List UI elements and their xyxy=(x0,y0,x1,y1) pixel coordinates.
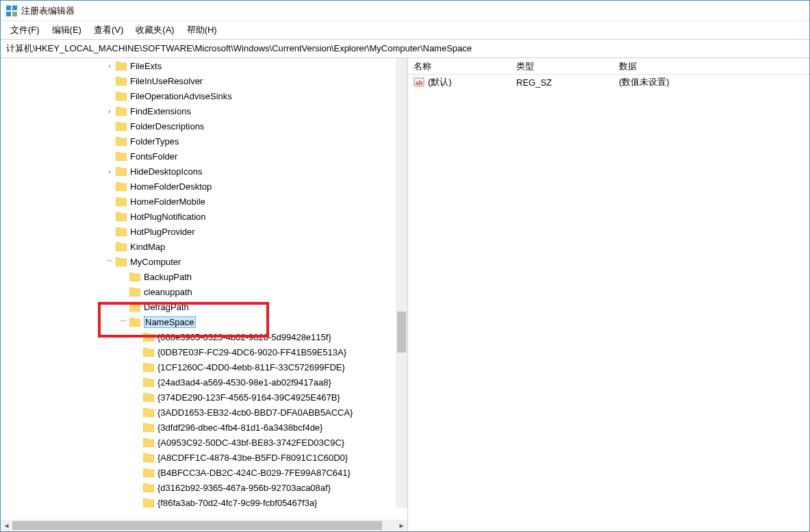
chevron-right-icon[interactable]: › xyxy=(105,106,114,116)
value-row[interactable]: ab(默认)REG_SZ(数值未设置) xyxy=(408,75,809,90)
tree-item[interactable]: ›{3dfdf296-dbec-4fb4-81d1-6a3438bcf4de} xyxy=(1,420,396,435)
scrollbar-thumb[interactable] xyxy=(12,521,382,530)
string-value-icon: ab xyxy=(414,77,425,88)
tree-item[interactable]: ›FileInUseResolver xyxy=(1,73,396,88)
tree-item[interactable]: ›FontsFolder xyxy=(1,149,396,164)
tree-item-label: FindExtensions xyxy=(130,106,191,116)
tree-item-label: FileInUseResolver xyxy=(130,76,203,86)
chevron-right-icon[interactable]: › xyxy=(105,61,114,71)
tree-item[interactable]: ›{24ad3ad4-a569-4530-98e1-ab02f9417aa8} xyxy=(1,375,396,390)
tree-item-label: {A8CDFF1C-4878-43be-B5FD-F8091C1C60D0} xyxy=(157,453,348,463)
tree-item[interactable]: ›HomeFolderMobile xyxy=(1,194,396,209)
tree-item-label: {088e3905-0323-4b02-9826-5d99428e115f} xyxy=(157,332,331,342)
tree-item[interactable]: ﹀MyComputer xyxy=(1,254,396,269)
address-bar[interactable]: 计算机\HKEY_LOCAL_MACHINE\SOFTWARE\Microsof… xyxy=(1,39,809,58)
tree-item-label: HideDesktopIcons xyxy=(130,166,203,177)
tree-item-label: {d3162b92-9365-467a-956b-92703aca08af} xyxy=(157,483,331,493)
value-data: (数值未设置) xyxy=(619,76,670,88)
tree-item[interactable]: ›{3ADD1653-EB32-4cb0-BBD7-DFA0ABB5ACCA} xyxy=(1,405,396,420)
regedit-icon xyxy=(6,5,17,16)
column-data[interactable]: 数据 xyxy=(613,58,809,75)
tree-item-label: MyComputer xyxy=(130,257,181,267)
values-list[interactable]: ab(默认)REG_SZ(数值未设置) xyxy=(408,75,809,531)
tree-item-label: {f86fa3ab-70d2-4fc7-9c99-fcbf05467f3a} xyxy=(157,498,317,508)
tree-item-label: cleanuppath xyxy=(144,287,192,297)
tree-item[interactable]: ›{1CF1260C-4DD0-4ebb-811F-33C572699FDE} xyxy=(1,359,396,375)
tree-item-label: FontsFolder xyxy=(130,151,177,162)
tree-item[interactable]: ›KindMap xyxy=(1,239,396,254)
tree-item[interactable]: ›DefragPath xyxy=(1,299,396,314)
tree-item[interactable]: ›BackupPath xyxy=(1,269,396,284)
tree-item-label: NameSpace xyxy=(144,316,196,328)
tree-item[interactable]: ›cleanuppath xyxy=(1,284,396,299)
tree-item-label: {B4BFCC3A-DB2C-424C-B029-7FE99A87C641} xyxy=(157,468,351,478)
tree-item-label: DefragPath xyxy=(144,302,189,312)
tree-item-label: BackupPath xyxy=(144,272,192,282)
values-pane: 名称 类型 数据 ab(默认)REG_SZ(数值未设置) xyxy=(408,58,809,531)
menu-view[interactable]: 查看(V) xyxy=(88,22,129,38)
tree-item-label: HotPlugProvider xyxy=(130,227,195,237)
tree-item[interactable]: ›{B4BFCC3A-DB2C-424C-B029-7FE99A87C641} xyxy=(1,465,396,480)
svg-text:ab: ab xyxy=(416,79,423,86)
tree-item-label: KindMap xyxy=(130,242,165,252)
tree-item[interactable]: ›FolderTypes xyxy=(1,134,396,149)
svg-rect-3 xyxy=(12,12,17,16)
tree-item-label: {A0953C92-50DC-43bf-BE83-3742FED03C9C} xyxy=(157,438,344,448)
values-header: 名称 类型 数据 xyxy=(408,58,809,75)
tree-item-label: HotPlugNotification xyxy=(130,212,206,222)
tree-item[interactable]: ›FolderDescriptions xyxy=(1,118,396,134)
chevron-right-icon[interactable]: › xyxy=(105,166,114,176)
value-type: REG_SZ xyxy=(516,77,552,88)
tree-horizontal-scrollbar[interactable]: ◄ ► xyxy=(1,520,407,531)
value-name: (默认) xyxy=(428,76,452,88)
tree-item-label: FileOperationAdviseSinks xyxy=(130,91,232,101)
tree-item[interactable]: ›HotPlugProvider xyxy=(1,224,396,239)
tree-item[interactable]: ›{088e3905-0323-4b02-9826-5d99428e115f} xyxy=(1,329,396,344)
scroll-left-arrow[interactable]: ◄ xyxy=(1,520,12,531)
column-name[interactable]: 名称 xyxy=(408,58,511,75)
tree-item[interactable]: ›{d3162b92-9365-467a-956b-92703aca08af} xyxy=(1,480,396,495)
menu-edit[interactable]: 编辑(E) xyxy=(47,22,87,38)
tree-vertical-scrollbar[interactable] xyxy=(396,58,407,508)
tree-item-label: {3dfdf296-dbec-4fb4-81d1-6a3438bcf4de} xyxy=(157,422,322,433)
scroll-right-arrow[interactable]: ► xyxy=(396,520,407,531)
tree-item[interactable]: ﹀NameSpace xyxy=(1,314,396,329)
tree-item[interactable]: ›{374DE290-123F-4565-9164-39C4925E467B} xyxy=(1,390,396,405)
tree-item-label: HomeFolderMobile xyxy=(130,197,205,207)
tree-item-label: {24ad3ad4-a569-4530-98e1-ab02f9417aa8} xyxy=(157,377,331,388)
tree-item-label: FileExts xyxy=(130,61,162,71)
tree-item[interactable]: ›{A0953C92-50DC-43bf-BE83-3742FED03C9C} xyxy=(1,435,396,450)
menu-help[interactable]: 帮助(H) xyxy=(181,22,223,38)
tree-item-label: FolderDescriptions xyxy=(130,121,204,131)
tree-item-label: FolderTypes xyxy=(130,136,179,147)
svg-rect-1 xyxy=(12,5,17,10)
tree-item-label: {374DE290-123F-4565-9164-39C4925E467B} xyxy=(157,392,340,403)
tree-item[interactable]: ›{A8CDFF1C-4878-43be-B5FD-F8091C1C60D0} xyxy=(1,450,396,465)
column-type[interactable]: 类型 xyxy=(511,58,613,75)
menu-file[interactable]: 文件(F) xyxy=(5,22,45,38)
titlebar: 注册表编辑器 xyxy=(1,1,809,21)
tree-pane: ›FileExts›FileInUseResolver›FileOperatio… xyxy=(1,58,408,531)
tree-item[interactable]: ›HotPlugNotification xyxy=(1,209,396,224)
tree-item-label: {1CF1260C-4DD0-4ebb-811F-33C572699FDE} xyxy=(157,362,345,372)
tree-item-label: HomeFolderDesktop xyxy=(130,181,212,192)
scrollbar-thumb[interactable] xyxy=(397,312,406,353)
tree-item-label: {0DB7E03F-FC29-4DC6-9020-FF41B59E513A} xyxy=(157,347,346,357)
svg-rect-2 xyxy=(6,12,11,16)
svg-rect-0 xyxy=(6,5,11,10)
tree-item-label: {3ADD1653-EB32-4cb0-BBD7-DFA0ABB5ACCA} xyxy=(157,407,353,418)
tree-item[interactable]: ›FindExtensions xyxy=(1,103,396,118)
main-split: ›FileExts›FileInUseResolver›FileOperatio… xyxy=(1,58,809,531)
tree-item[interactable]: ›HomeFolderDesktop xyxy=(1,179,396,194)
menubar: 文件(F) 编辑(E) 查看(V) 收藏夹(A) 帮助(H) xyxy=(1,21,809,39)
window-title: 注册表编辑器 xyxy=(21,5,75,17)
tree-item[interactable]: ›FileExts xyxy=(1,58,396,73)
tree-item[interactable]: ›FileOperationAdviseSinks xyxy=(1,88,396,103)
tree-item[interactable]: ›HideDesktopIcons xyxy=(1,164,396,179)
tree-content[interactable]: ›FileExts›FileInUseResolver›FileOperatio… xyxy=(1,58,396,520)
chevron-down-icon[interactable]: ﹀ xyxy=(118,317,128,327)
menu-favorites[interactable]: 收藏夹(A) xyxy=(130,22,179,38)
chevron-down-icon[interactable]: ﹀ xyxy=(105,257,114,266)
tree-item[interactable]: ›{0DB7E03F-FC29-4DC6-9020-FF41B59E513A} xyxy=(1,344,396,359)
tree-item[interactable]: ›{f86fa3ab-70d2-4fc7-9c99-fcbf05467f3a} xyxy=(1,495,396,510)
